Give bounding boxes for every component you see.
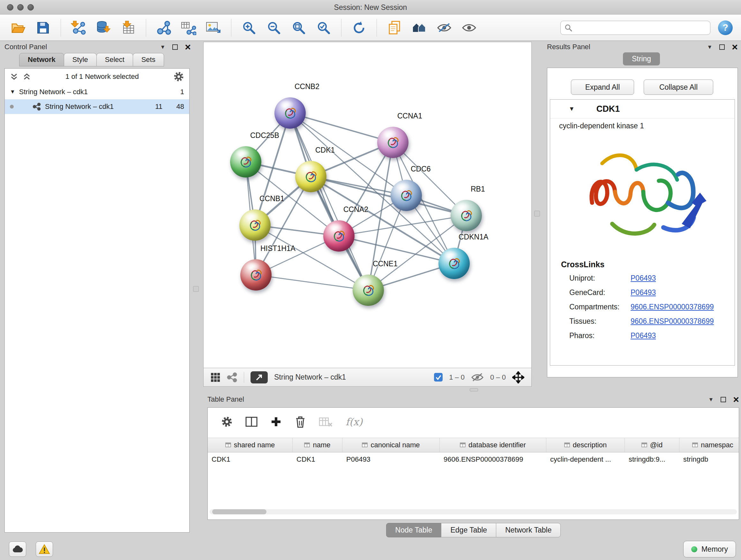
- zoom-fit-button[interactable]: [290, 19, 307, 37]
- warnings-button[interactable]: [36, 542, 53, 557]
- crosslink-value[interactable]: P06493: [630, 288, 656, 297]
- add-column-plus-icon[interactable]: [270, 416, 282, 428]
- network-node-cdk1[interactable]: [295, 161, 327, 192]
- import-network-file-button[interactable]: [70, 19, 87, 37]
- tab-style[interactable]: Style: [64, 53, 97, 66]
- collapse-all-icon[interactable]: [10, 73, 18, 80]
- table-panel-float-icon[interactable]: [721, 397, 726, 402]
- scrollbar-thumb[interactable]: [212, 509, 266, 514]
- tab-sets[interactable]: Sets: [133, 53, 164, 66]
- column-header-canonical-name[interactable]: canonical name: [342, 438, 440, 452]
- apply-layout-button[interactable]: [350, 19, 367, 37]
- network-node-ccnb1[interactable]: [239, 209, 271, 241]
- network-node-cdc25b[interactable]: [230, 146, 261, 178]
- results-panel-float-icon[interactable]: [719, 44, 725, 50]
- table-horizontal-scrollbar[interactable]: [210, 509, 737, 514]
- cloud-status-button[interactable]: [9, 542, 26, 557]
- memory-button[interactable]: Memory: [683, 541, 736, 557]
- control-panel-menu-icon[interactable]: ▼: [160, 44, 165, 50]
- expand-all-button[interactable]: Expand All: [571, 79, 634, 95]
- results-panel-menu-icon[interactable]: ▼: [707, 44, 712, 50]
- toolbar-search-box[interactable]: [560, 21, 711, 35]
- table-row[interactable]: CDK1CDK1P064939606.ENSP00000378699cyclin…: [208, 452, 739, 467]
- gear-icon[interactable]: [173, 71, 184, 82]
- tab-string[interactable]: String: [623, 52, 660, 65]
- control-panel-float-icon[interactable]: [172, 44, 178, 50]
- tab-select[interactable]: Select: [96, 53, 133, 66]
- delete-trash-icon[interactable]: [294, 415, 306, 428]
- crosslink-value[interactable]: 9606.ENSP00000378699: [630, 303, 714, 311]
- network-canvas[interactable]: CCNB2CCNA1CDC25BCDK1CDC6RB1CCNB1CCNA2CDK…: [203, 42, 532, 368]
- horizontal-splitter-handle[interactable]: [470, 388, 478, 391]
- new-network-button[interactable]: [155, 19, 172, 37]
- network-from-table-button[interactable]: [180, 19, 197, 37]
- table-cell[interactable]: CDK1: [293, 452, 342, 467]
- control-panel-close-icon[interactable]: ×: [185, 44, 191, 51]
- table-panel-menu-icon[interactable]: ▼: [708, 397, 714, 402]
- tab-node-table[interactable]: Node Table: [386, 523, 442, 537]
- network-node-ccna1[interactable]: [377, 127, 408, 158]
- table-cell[interactable]: CDK1: [208, 452, 293, 467]
- protein-entry-header[interactable]: ▼ CDK1: [550, 100, 735, 118]
- export-image-button[interactable]: [205, 19, 222, 37]
- column-header--id[interactable]: @id: [625, 438, 679, 452]
- network-share-icon[interactable]: [226, 372, 238, 383]
- import-table-button[interactable]: [120, 19, 137, 37]
- tab-network-table[interactable]: Network Table: [496, 523, 561, 537]
- crosslink-value[interactable]: P06493: [630, 274, 656, 283]
- window-zoom-button[interactable]: [27, 4, 34, 10]
- results-panel-close-icon[interactable]: ×: [732, 44, 738, 51]
- select-columns-icon[interactable]: [246, 416, 258, 428]
- column-header-name[interactable]: name: [293, 438, 342, 452]
- disclosure-triangle-icon[interactable]: ▼: [10, 89, 15, 95]
- search-input[interactable]: [576, 23, 706, 32]
- fit-content-crosshair-icon[interactable]: [512, 371, 524, 383]
- zoom-selected-button[interactable]: [315, 19, 332, 37]
- zoom-out-button[interactable]: [265, 19, 282, 37]
- crosslink-value[interactable]: P06493: [630, 331, 656, 340]
- show-graphics-details-button[interactable]: [461, 19, 478, 37]
- network-node-rb1[interactable]: [451, 200, 482, 231]
- table-cell[interactable]: P06493: [342, 452, 440, 467]
- entry-disclosure-triangle-icon[interactable]: ▼: [569, 105, 575, 112]
- open-session-button[interactable]: [10, 19, 27, 37]
- window-minimize-button[interactable]: [17, 4, 23, 10]
- column-header-description[interactable]: description: [546, 438, 625, 452]
- network-collection-row[interactable]: ▼ String Network – cdk1 1: [5, 84, 189, 99]
- column-header-database-identifier[interactable]: database identifier: [440, 438, 546, 452]
- hide-graphics-details-button[interactable]: [435, 19, 453, 37]
- function-builder-button[interactable]: f(x): [346, 416, 362, 428]
- import-network-database-button[interactable]: [95, 19, 112, 37]
- vertical-splitter-handle-right[interactable]: [534, 211, 540, 216]
- network-row-selected[interactable]: String Network – cdk1 11 48: [5, 99, 189, 114]
- column-header-namespac[interactable]: namespac: [679, 438, 739, 452]
- help-button[interactable]: ?: [718, 20, 733, 35]
- table-cell[interactable]: stringdb: [679, 452, 739, 467]
- network-node-ccne1[interactable]: [353, 274, 384, 306]
- tab-edge-table[interactable]: Edge Table: [441, 523, 496, 537]
- open-in-browser-button[interactable]: [251, 371, 268, 383]
- collapse-all-button[interactable]: Collapse All: [644, 79, 713, 95]
- table-gear-icon[interactable]: [221, 416, 232, 428]
- table-cell[interactable]: stringdb:9...: [625, 452, 679, 467]
- crosslink-value[interactable]: 9606.ENSP00000378699: [630, 317, 714, 326]
- selected-checkbox-icon[interactable]: [434, 373, 443, 381]
- network-node-ccna2[interactable]: [323, 220, 354, 252]
- overview-button[interactable]: [411, 19, 428, 37]
- vertical-splitter-handle[interactable]: [193, 286, 199, 292]
- network-node-hist1h1a[interactable]: [240, 259, 272, 291]
- table-cell[interactable]: cyclin-dependent ...: [546, 452, 625, 467]
- table-panel-close-icon[interactable]: ×: [733, 396, 739, 403]
- table-cell[interactable]: 9606.ENSP00000378699: [440, 452, 546, 467]
- column-header-shared-name[interactable]: shared name: [208, 438, 293, 452]
- network-node-cdc6[interactable]: [391, 180, 422, 211]
- birds-eye-grid-icon[interactable]: [211, 373, 220, 382]
- zoom-in-button[interactable]: [240, 19, 258, 37]
- network-node-cdkn1a[interactable]: [439, 248, 470, 279]
- show-panels-button[interactable]: [386, 19, 403, 37]
- tab-network[interactable]: Network: [19, 53, 64, 66]
- network-node-ccnb2[interactable]: [274, 98, 306, 129]
- save-session-button[interactable]: [35, 19, 52, 37]
- window-close-button[interactable]: [7, 4, 13, 10]
- expand-all-icon[interactable]: [23, 73, 31, 80]
